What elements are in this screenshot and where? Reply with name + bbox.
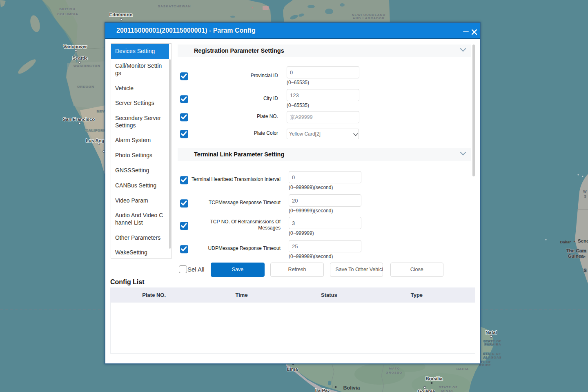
svg-text:AND LABRADOR: AND LABRADOR: [353, 16, 385, 20]
svg-text:Dakar: Dakar: [560, 240, 571, 244]
svg-text:Los Ange: Los Ange: [86, 138, 107, 143]
svg-text:Vancouver: Vancouver: [63, 44, 87, 49]
svg-text:STATE OF: STATE OF: [439, 385, 458, 389]
svg-text:W: W: [583, 189, 587, 194]
svg-text:Goiânia: Goiânia: [418, 389, 435, 392]
svg-text:Natal: Natal: [486, 330, 497, 335]
svg-text:RGIPE: RGIPE: [479, 363, 491, 367]
svg-text:MINAS: MINAS: [441, 389, 454, 392]
svg-text:COLUMBIA: COLUMBIA: [57, 12, 78, 16]
svg-text:La Paz: La Paz: [315, 388, 330, 392]
svg-text:SASKATCHEWAN: SASKATCHEWAN: [158, 4, 191, 8]
svg-text:The Gam: The Gam: [566, 248, 586, 253]
svg-text:BRITISH: BRITISH: [59, 7, 76, 11]
svg-text:STATE OF: STATE OF: [483, 352, 501, 356]
svg-text:S: S: [584, 194, 587, 198]
svg-text:Guinea-: Guinea-: [568, 254, 586, 258]
svg-text:WASHINGTON: WASHINGTON: [74, 64, 100, 68]
svg-text:S: S: [584, 268, 587, 273]
svg-text:Sene: Sene: [578, 238, 588, 243]
svg-text:OREGON: OREGON: [77, 85, 94, 89]
svg-text:Edmonton: Edmonton: [109, 12, 133, 17]
svg-text:BAHIA: BAHIA: [457, 367, 469, 371]
svg-text:Seattle: Seattle: [72, 56, 88, 60]
svg-text:GROSSO: GROSSO: [385, 371, 402, 374]
svg-text:NEV: NEV: [97, 109, 105, 113]
svg-text:PARAIBA: PARAIBA: [485, 343, 501, 346]
svg-text:MATO: MATO: [389, 367, 400, 370]
svg-text:Brasilia: Brasilia: [425, 376, 443, 381]
svg-text:Bolivia: Bolivia: [343, 385, 361, 391]
svg-text:ALAGOAS: ALAGOAS: [483, 356, 502, 359]
svg-text:San Francisco: San Francisco: [63, 117, 95, 122]
svg-text:Lima: Lima: [287, 367, 298, 372]
